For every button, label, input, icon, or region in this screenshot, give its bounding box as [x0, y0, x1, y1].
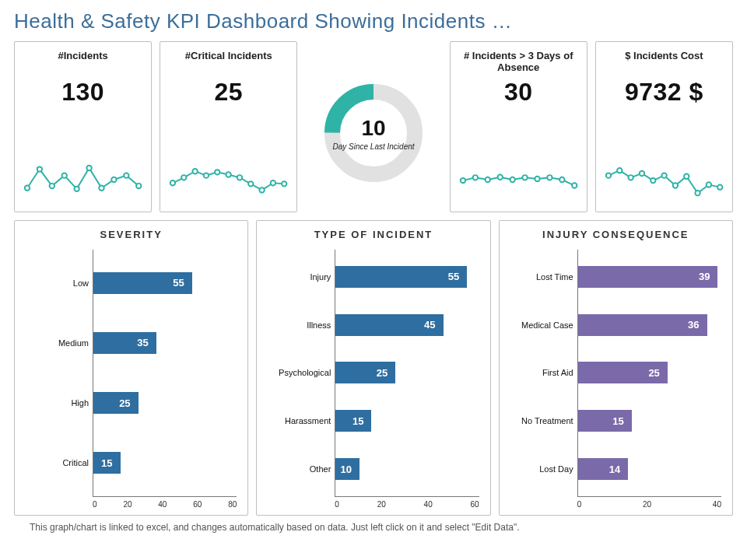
donut-value: 10: [361, 116, 385, 141]
svg-point-9: [136, 184, 141, 188]
bar-row: Low55: [93, 268, 237, 298]
sparkline: [457, 152, 580, 207]
kpi-value: 130: [61, 78, 104, 107]
svg-point-19: [271, 180, 275, 185]
svg-point-15: [226, 172, 231, 177]
svg-point-40: [684, 174, 689, 179]
bar-row: Other10: [335, 454, 479, 484]
bar: 15: [335, 410, 371, 432]
panel-title: Severity: [15, 221, 247, 245]
bar-row: Injury55: [335, 262, 479, 292]
bar-category-label: Low: [19, 278, 89, 288]
chart-panel-incident-type: Type of IncidentInjury55Illness45Psychol…: [256, 220, 490, 516]
bar: 14: [578, 458, 629, 480]
bar: 55: [335, 266, 467, 288]
panel-title: Type of Incident: [257, 221, 489, 245]
svg-point-2: [50, 184, 54, 188]
svg-point-33: [606, 173, 611, 177]
bar-row: First Aid25: [578, 358, 721, 387]
svg-point-41: [695, 191, 700, 195]
bar: 39: [578, 266, 718, 288]
svg-point-42: [707, 182, 711, 187]
svg-point-35: [628, 175, 633, 180]
bar-row: Lost Time39: [578, 262, 721, 292]
bar-row: No Treatment15: [578, 406, 721, 436]
bar: 35: [93, 332, 156, 354]
bar-row: Lost Day14: [578, 454, 721, 484]
kpi-row: #Incidents 130 #Critical Incidents 25 10…: [14, 41, 733, 212]
kpi-card-critical: #Critical Incidents 25: [160, 41, 297, 212]
svg-point-0: [25, 186, 30, 191]
svg-point-37: [651, 178, 655, 183]
bar: 15: [578, 410, 632, 432]
bar: 10: [335, 458, 359, 480]
svg-point-25: [485, 177, 489, 182]
kpi-label: # Incidents > 3 Days of Absence: [457, 50, 580, 75]
bar-row: Medium35: [93, 328, 237, 358]
bar-row: Psychological25: [335, 358, 479, 387]
donut-card: 10 Day Since Last Incident: [305, 41, 441, 212]
bar-row: Illness45: [335, 310, 479, 340]
chart-panel-injury-consequence: Injury ConsequenceLost Time39Medical Cas…: [499, 220, 733, 516]
svg-point-5: [86, 166, 91, 170]
kpi-label: $ Incidents Cost: [625, 50, 703, 75]
footer-note: This graph/chart is linked to excel, and…: [14, 522, 733, 533]
chart-row: SeverityLow55Medium35High25Critical15020…: [14, 220, 733, 516]
bar-row: Critical15: [93, 448, 237, 478]
bar-category-label: Harassment: [261, 416, 331, 425]
kpi-card-incidents: #Incidents 130: [14, 41, 152, 212]
bar-category-label: High: [19, 398, 89, 408]
svg-point-31: [559, 177, 564, 182]
svg-point-38: [661, 173, 666, 177]
kpi-label: #Critical Incidents: [185, 50, 272, 75]
bar-row: High25: [93, 388, 237, 418]
axis-ticks: 020406080: [93, 497, 237, 515]
bar: 45: [335, 314, 443, 336]
svg-point-6: [99, 186, 103, 191]
bar-category-label: First Aid: [503, 368, 573, 377]
bar-category-label: Lost Time: [503, 272, 573, 282]
donut-chart: 10 Day Since Last Incident: [319, 79, 428, 187]
kpi-card-absence: # Incidents > 3 Days of Absence 30: [450, 41, 587, 212]
bar-category-label: Psychological: [261, 368, 331, 377]
svg-point-39: [673, 183, 678, 187]
bar-category-label: Critical: [19, 458, 89, 467]
donut-label: Day Since Last Incident: [332, 142, 414, 151]
kpi-card-cost: $ Incidents Cost 9732 $: [595, 41, 733, 212]
bar: 25: [335, 362, 395, 383]
bar-category-label: Medical Case: [503, 320, 573, 330]
svg-point-3: [62, 173, 67, 177]
page-title: Health & Safety KPI Dashboard Showing In…: [14, 9, 733, 33]
svg-point-12: [193, 169, 198, 173]
bar-category-label: Medium: [19, 338, 89, 348]
bar-row: Medical Case36: [578, 310, 721, 340]
svg-point-23: [460, 178, 465, 183]
svg-point-4: [74, 187, 79, 191]
bar-row: Harassment15: [335, 406, 479, 436]
svg-point-24: [472, 175, 477, 180]
kpi-label: #Incidents: [58, 50, 107, 75]
svg-point-36: [640, 171, 644, 176]
svg-point-29: [535, 177, 539, 181]
svg-point-32: [572, 183, 577, 187]
kpi-value: 9732 $: [625, 78, 703, 107]
axis-ticks: 0204060: [335, 497, 479, 515]
svg-point-14: [215, 170, 219, 174]
svg-point-7: [111, 177, 116, 182]
chart-panel-severity: SeverityLow55Medium35High25Critical15020…: [14, 220, 248, 516]
sparkline: [21, 152, 145, 207]
bar: 25: [578, 362, 668, 383]
svg-point-10: [170, 180, 175, 185]
svg-point-11: [181, 175, 186, 180]
sparkline: [602, 152, 726, 207]
bar-category-label: Other: [261, 464, 331, 474]
svg-point-27: [510, 177, 514, 182]
svg-point-13: [204, 173, 209, 177]
svg-point-26: [497, 175, 502, 180]
svg-point-43: [717, 184, 722, 189]
bar: 55: [93, 272, 192, 294]
bar: 25: [93, 392, 139, 414]
panel-title: Injury Consequence: [500, 221, 732, 245]
bar: 36: [578, 314, 707, 336]
svg-point-30: [547, 175, 552, 180]
